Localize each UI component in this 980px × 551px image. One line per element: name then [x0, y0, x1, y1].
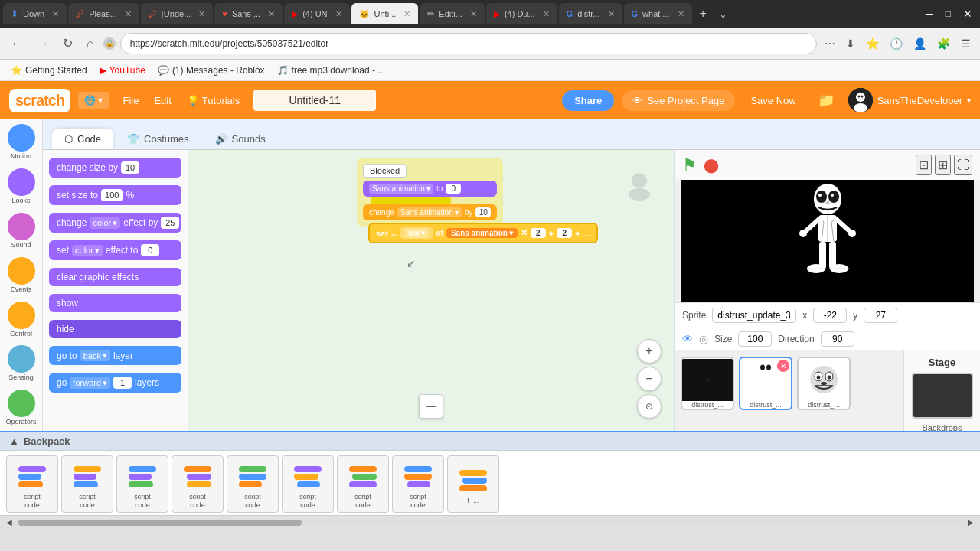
set-size-input[interactable]: 100: [101, 189, 122, 201]
tutorials-menu[interactable]: 💡 Tutorials: [181, 92, 246, 109]
backpack-item-4[interactable]: scriptcode: [172, 455, 224, 513]
size-input[interactable]: [738, 331, 772, 347]
change-size-input[interactable]: 10: [121, 161, 139, 174]
tab-unde[interactable]: 🖊 [Unde... ✕: [141, 3, 214, 24]
reload-button[interactable]: ↻: [58, 33, 77, 54]
sin-dropdown[interactable]: sin ▾: [405, 228, 428, 238]
tab-sounds[interactable]: 🔊 Sounds: [203, 129, 278, 149]
animation-dropdown-2[interactable]: Sans animation ▾: [397, 207, 462, 217]
tab-sans[interactable]: ♥ Sans ... ✕: [214, 3, 283, 24]
tab-close-please[interactable]: ✕: [125, 9, 132, 19]
tab-costumes[interactable]: 👕 Costumes: [115, 129, 201, 149]
address-bar[interactable]: [120, 33, 817, 54]
block-set-color[interactable]: set color ▾ effect to 0: [49, 240, 181, 260]
block-hide[interactable]: hide: [49, 320, 181, 338]
block-show[interactable]: show: [49, 294, 181, 312]
bookmarks-icon[interactable]: ⭐: [863, 34, 882, 53]
set-color-input[interactable]: 0: [141, 244, 159, 256]
backpack-item-5[interactable]: scriptcode: [227, 455, 279, 513]
menu-icon[interactable]: ☰: [958, 34, 974, 53]
direction-input[interactable]: [821, 331, 854, 347]
user-area[interactable]: SansTheDeveloper ▾: [848, 88, 971, 112]
change-color-input[interactable]: 25: [161, 217, 179, 229]
animation-dropdown-1[interactable]: Sans animation ▾: [369, 184, 433, 194]
set-color-dropdown[interactable]: color ▾: [72, 245, 103, 256]
backpack-item-2[interactable]: scriptcode: [61, 455, 113, 513]
tab-what[interactable]: G what ... ✕: [624, 3, 692, 24]
back-button[interactable]: ←: [6, 34, 28, 54]
extensions-icon[interactable]: ⋯: [822, 34, 838, 53]
tab-untitled[interactable]: 🐱 Unti... ✕: [351, 3, 419, 24]
profile-icon[interactable]: 👤: [910, 34, 929, 53]
tab-close-editing[interactable]: ✕: [470, 9, 477, 19]
category-control[interactable]: Control: [6, 300, 37, 340]
close-button[interactable]: ✕: [959, 5, 977, 23]
project-title-input[interactable]: [253, 90, 376, 111]
category-motion[interactable]: Motion: [6, 122, 37, 162]
code-canvas[interactable]: Blocked Sans animation ▾ to 0: [188, 150, 674, 431]
category-operators[interactable]: Operators: [4, 388, 38, 428]
backpack-item-8[interactable]: scriptcode: [392, 455, 444, 513]
scrollbar-thumb[interactable]: [18, 520, 302, 526]
sprite-thumb-1[interactable]: ▪ distrust_...: [681, 357, 734, 410]
folder-icon[interactable]: 📁: [812, 89, 841, 112]
zoom-out-button[interactable]: −: [637, 367, 662, 391]
category-sensing[interactable]: Sensing: [6, 344, 37, 383]
canvas-block-animation-to[interactable]: Sans animation ▾ to 0: [363, 181, 497, 197]
share-button[interactable]: Share: [562, 90, 614, 111]
scroll-right-button[interactable]: ▶: [965, 517, 977, 527]
sans-animation-chip[interactable]: Sans animation ▾: [446, 228, 518, 238]
tab-distr[interactable]: G distr... ✕: [559, 3, 622, 24]
hide-sprite-button[interactable]: ◎: [699, 333, 708, 345]
category-events[interactable]: Events: [6, 256, 37, 295]
y-coord-input[interactable]: [864, 308, 897, 323]
tab-overflow-button[interactable]: ⌄: [714, 8, 732, 20]
x-coord-input[interactable]: [813, 308, 847, 323]
new-tab-button[interactable]: +: [694, 7, 713, 21]
block-change-color[interactable]: change color ▾ effect by 25: [49, 213, 181, 233]
file-menu[interactable]: File: [117, 92, 145, 109]
zoom-reset-button[interactable]: ⊙: [637, 394, 662, 419]
canvas-block-animation-by[interactable]: change Sans animation ▾ by 10: [363, 204, 497, 220]
bookmark-youtube[interactable]: ▶ YouTube: [95, 64, 150, 77]
download-icon[interactable]: ⬇: [843, 34, 858, 53]
forward-button[interactable]: →: [32, 34, 54, 54]
backpack-item-3[interactable]: scriptcode: [116, 455, 168, 513]
block-set-size[interactable]: set size to 100 %: [49, 185, 181, 205]
save-now-button[interactable]: Save Now: [743, 90, 803, 111]
zoom-in-button[interactable]: +: [637, 339, 662, 364]
backpack-item-7[interactable]: scriptcode: [337, 455, 389, 513]
tab-please[interactable]: 🖊 Pleas... ✕: [68, 3, 139, 24]
full-screen-button[interactable]: ⛶: [954, 155, 972, 175]
backpack-item-6[interactable]: scriptcode: [282, 455, 334, 513]
tab-close-distr[interactable]: ✕: [608, 9, 615, 19]
block-change-size[interactable]: change size by 10: [49, 158, 181, 178]
bookmark-mp3[interactable]: 🎵 free mp3 download - ...: [273, 64, 390, 77]
unfull-screen-button[interactable]: ⊡: [916, 155, 932, 175]
tab-close-down[interactable]: ✕: [52, 9, 59, 19]
animation-to-input[interactable]: 0: [446, 184, 461, 194]
full-screen-left-button[interactable]: ⊞: [935, 155, 951, 175]
tab-close-unde[interactable]: ✕: [198, 9, 205, 19]
maximize-button[interactable]: □: [941, 5, 956, 22]
color-effect-dropdown[interactable]: color ▾: [90, 217, 120, 229]
category-looks[interactable]: Looks: [6, 167, 37, 207]
animation-by-input[interactable]: 10: [475, 207, 491, 217]
sprite-thumb-3[interactable]: distrust_...: [797, 357, 851, 410]
sin-val1[interactable]: 2: [531, 228, 546, 238]
stop-button[interactable]: ⬤: [704, 157, 719, 174]
backpack-item-9[interactable]: t_...: [447, 455, 499, 513]
tab-close-untitled[interactable]: ✕: [403, 9, 410, 19]
block-go-to[interactable]: go to back ▾ layer: [49, 346, 181, 365]
backpack-header[interactable]: ▲ Backpack: [0, 432, 980, 451]
tab-un4[interactable]: ▶ (4) UN ✕: [284, 3, 349, 24]
tab-du4[interactable]: ▶ (4) Du... ✕: [486, 3, 557, 24]
tab-editing[interactable]: ✏ Editi... ✕: [420, 3, 485, 24]
stage-backdrop-thumb[interactable]: [912, 373, 973, 419]
history-icon[interactable]: 🕐: [887, 34, 906, 53]
home-button[interactable]: ⌂: [82, 34, 99, 54]
green-flag-button[interactable]: ⚑: [682, 155, 697, 175]
tab-close-what[interactable]: ✕: [678, 9, 684, 19]
sin-val2[interactable]: 2: [557, 228, 572, 238]
block-go-forward[interactable]: go forward ▾ 1 layers: [49, 373, 181, 393]
